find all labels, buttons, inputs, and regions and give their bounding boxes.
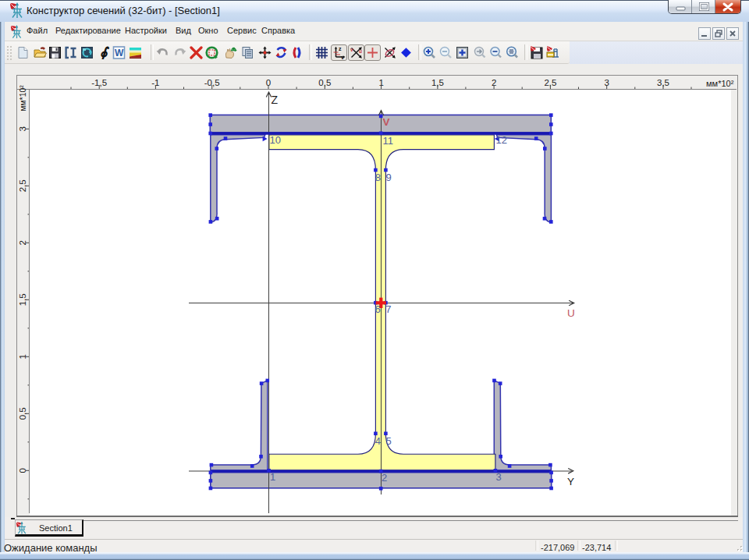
svg-text:v: v: [350, 47, 353, 52]
svg-text:мм*10²: мм*10²: [706, 79, 734, 88]
svg-text:∮: ∮: [99, 46, 109, 59]
svg-text:W: W: [115, 48, 124, 58]
svg-text:11: 11: [383, 135, 394, 147]
svg-text:1: 1: [270, 471, 275, 483]
svg-text:5: 5: [386, 435, 392, 447]
svg-text:8: 8: [375, 172, 381, 183]
svg-text:7: 7: [385, 303, 391, 315]
svg-text:U: U: [567, 307, 575, 319]
svg-text:4: 4: [375, 435, 381, 447]
svg-text:9: 9: [386, 172, 392, 183]
svg-text:Z: Z: [272, 94, 279, 106]
svg-text:10: 10: [270, 134, 281, 146]
svg-text:u: u: [359, 48, 362, 54]
svg-text:6: 6: [375, 303, 381, 315]
svg-text:V: V: [383, 116, 390, 128]
svg-text:3: 3: [496, 471, 502, 483]
svg-text:12: 12: [496, 134, 507, 146]
svg-text:z: z: [339, 46, 342, 51]
svg-text:y: y: [341, 55, 344, 60]
svg-text:мм*10²: мм*10²: [18, 85, 27, 112]
svg-text:2: 2: [382, 472, 387, 484]
svg-text:Y: Y: [567, 476, 574, 487]
